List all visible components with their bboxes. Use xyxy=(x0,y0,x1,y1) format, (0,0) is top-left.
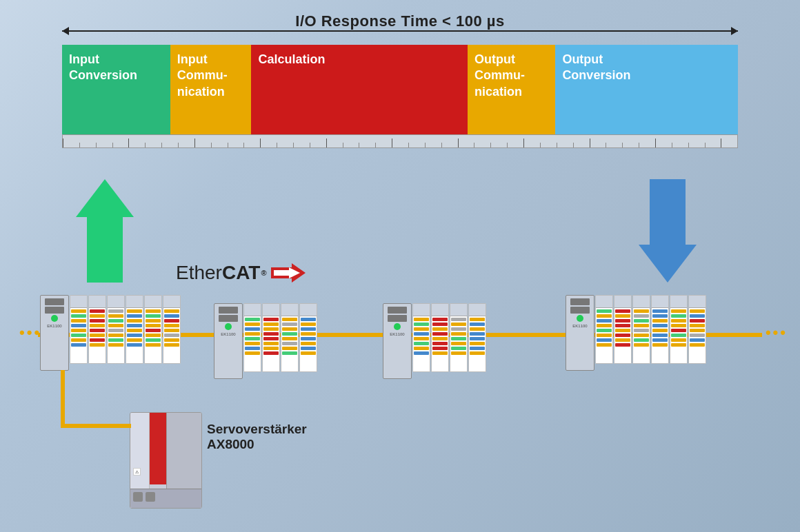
tick xyxy=(540,143,557,147)
io-term xyxy=(127,343,142,347)
io-term xyxy=(414,327,429,331)
io-terminals xyxy=(432,316,448,356)
tick xyxy=(277,143,293,147)
tick xyxy=(260,139,277,147)
io-term xyxy=(652,309,668,313)
io-top xyxy=(652,296,668,308)
io-top xyxy=(70,296,87,308)
io-term xyxy=(127,338,142,342)
tick xyxy=(112,143,129,147)
io-term xyxy=(245,327,260,331)
tick xyxy=(622,143,639,147)
io-term xyxy=(282,323,297,326)
blue-arrow-head xyxy=(639,245,697,283)
io-top xyxy=(689,296,706,308)
io-term xyxy=(90,324,105,327)
coupler-1: EK1100 xyxy=(40,295,69,371)
io-term xyxy=(470,318,485,321)
io-top xyxy=(89,296,106,308)
io-term xyxy=(615,334,630,337)
io-term xyxy=(451,351,466,355)
io-term xyxy=(127,309,142,313)
tick xyxy=(523,139,540,147)
coupler-port-1 xyxy=(388,307,407,314)
io-term xyxy=(432,342,448,345)
io-term xyxy=(470,332,485,336)
green-arrow-body xyxy=(87,217,123,283)
green-up-arrow xyxy=(76,179,134,283)
servo-connectors xyxy=(133,492,199,502)
servo-name-text: Servoverstärker xyxy=(207,422,307,437)
io-term xyxy=(615,343,630,347)
io-term xyxy=(127,324,142,327)
coupler-port-2 xyxy=(570,307,590,314)
io-top xyxy=(432,304,448,316)
tick xyxy=(425,143,441,147)
io-terminals xyxy=(300,316,317,356)
io-term xyxy=(90,343,105,347)
io-term xyxy=(652,329,668,332)
io-term xyxy=(263,332,279,336)
io-top xyxy=(244,304,261,316)
vertical-cable-servo xyxy=(61,370,65,427)
io-term xyxy=(671,309,686,313)
ruler xyxy=(62,134,738,148)
servo-label: Servoverstärker AX8000 xyxy=(207,422,307,452)
io-term xyxy=(146,338,161,342)
block-output-conversion: OutputConversion xyxy=(555,45,738,134)
io-term xyxy=(634,319,649,323)
blue-arrow-body xyxy=(650,179,686,245)
ethercat-arrow-icon xyxy=(271,263,306,283)
io-terminals xyxy=(108,308,124,348)
io-term xyxy=(414,342,429,345)
io-terminals xyxy=(126,308,143,348)
block-input-communication: InputCommu-nication xyxy=(170,45,252,134)
io-term xyxy=(634,329,649,332)
io-term xyxy=(108,314,123,318)
io-term xyxy=(690,309,705,313)
io-terminal-4 xyxy=(126,295,143,364)
horizontal-cable-servo xyxy=(61,424,131,428)
tick xyxy=(359,143,375,147)
io-term xyxy=(634,309,649,313)
io-terminals xyxy=(89,308,106,348)
block-label-output-conv: OutputConversion xyxy=(562,52,630,84)
io-term xyxy=(597,319,612,323)
io-term xyxy=(301,332,316,336)
io-term xyxy=(597,309,612,313)
io-terminals xyxy=(689,308,706,348)
io-term xyxy=(245,323,260,326)
io-term xyxy=(432,332,448,336)
tick xyxy=(441,143,458,147)
io-term xyxy=(470,337,485,340)
io-term xyxy=(671,343,686,347)
io-term xyxy=(671,319,686,323)
servo-warning-label: ⚠ xyxy=(133,468,141,475)
io-term xyxy=(146,314,161,318)
tick xyxy=(228,143,244,147)
io-term xyxy=(282,351,297,355)
io-term xyxy=(263,323,279,326)
io-term xyxy=(282,342,297,345)
coupler-port-1 xyxy=(570,298,590,305)
io-term xyxy=(282,347,297,350)
io-term xyxy=(451,342,466,345)
io-term xyxy=(470,342,485,345)
io-terminal-4-1 xyxy=(595,295,613,364)
block-label-input-comm: InputCommu-nication xyxy=(177,52,228,100)
io-term xyxy=(301,337,316,340)
io-terminal-2-3 xyxy=(281,303,299,372)
io-term xyxy=(245,342,260,345)
io-terminal-2 xyxy=(88,295,106,364)
device-group-1: EK1100 xyxy=(40,295,181,371)
io-term xyxy=(282,327,297,331)
servo-model-text: AX8000 xyxy=(207,437,307,452)
io-term xyxy=(432,347,448,350)
tick xyxy=(161,143,178,147)
io-term xyxy=(90,334,105,337)
device-group-2: EK1100 xyxy=(214,303,318,379)
io-terminal-4-4 xyxy=(651,295,669,364)
io-term xyxy=(146,324,161,327)
io-term xyxy=(634,343,649,347)
coupler-4: EK1100 xyxy=(566,295,594,371)
